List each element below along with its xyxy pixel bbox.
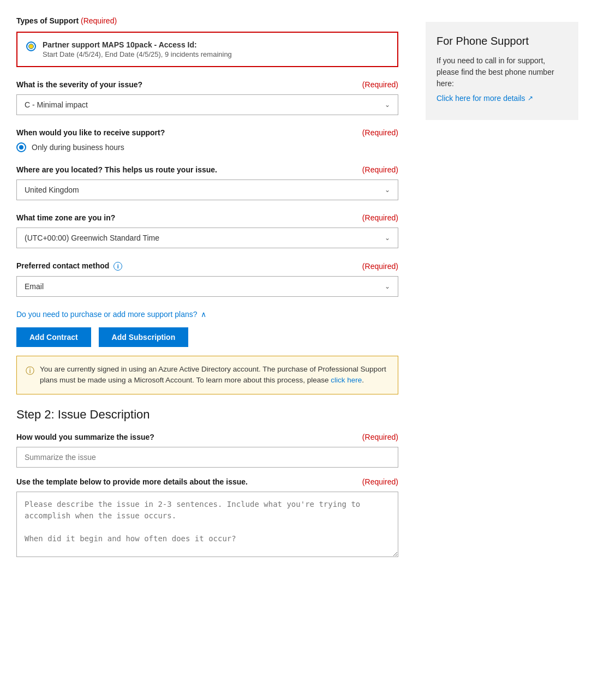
radio-selected-icon (26, 41, 36, 51)
details-label: Use the template below to provide more d… (16, 477, 398, 486)
location-chevron-icon: ⌄ (385, 186, 390, 194)
warning-text-part2: . (362, 376, 364, 384)
summarize-label: How would you summarize the issue? (Requ… (16, 433, 398, 441)
severity-dropdown[interactable]: C - Minimal impact ⌄ (16, 94, 398, 115)
contact-method-selected-value: Email (25, 282, 44, 291)
support-type-option[interactable]: Partner support MAPS 10pack - Access Id:… (16, 32, 398, 67)
warning-icon: ⓘ (26, 364, 34, 386)
summarize-input[interactable] (16, 447, 398, 468)
severity-selected-value: C - Minimal impact (25, 100, 88, 109)
support-timing-value: Only during business hours (32, 143, 124, 152)
timezone-label: What time zone are you in? (Required) (16, 213, 398, 222)
support-option-title: Partner support MAPS 10pack - Access Id: (43, 40, 388, 49)
phone-support-description: If you need to call in for support, plea… (436, 55, 567, 89)
contact-method-label: Preferred contact method i (Required) (16, 261, 398, 271)
contact-method-chevron-icon: ⌄ (385, 283, 390, 290)
support-plan-buttons: Add Contract Add Subscription (16, 327, 398, 347)
expand-support-plans-link[interactable]: Do you need to purchase or add more supp… (16, 310, 398, 319)
contact-method-info-icon[interactable]: i (113, 262, 122, 271)
external-link-icon: ↗ (528, 94, 533, 102)
location-dropdown[interactable]: United Kingdom ⌄ (16, 180, 398, 200)
contact-method-dropdown[interactable]: Email ⌄ (16, 276, 398, 297)
severity-chevron-icon: ⌄ (385, 101, 390, 109)
support-option-subtitle: Start Date (4/5/24), End Date (4/5/25), … (43, 50, 388, 58)
timezone-dropdown[interactable]: (UTC+00:00) Greenwich Standard Time ⌄ (16, 228, 398, 248)
location-selected-value: United Kingdom (25, 186, 79, 194)
timezone-selected-value: (UTC+00:00) Greenwich Standard Time (25, 234, 159, 242)
timezone-chevron-icon: ⌄ (385, 234, 390, 242)
add-contract-button[interactable]: Add Contract (16, 327, 91, 347)
details-textarea[interactable] (16, 492, 398, 557)
warning-click-here-link[interactable]: click here (331, 376, 362, 384)
step2-heading: Step 2: Issue Description (16, 408, 398, 422)
types-of-support-label: Types of Support (Required) (16, 16, 398, 25)
location-label: Where are you located? This helps us rou… (16, 165, 398, 174)
add-subscription-button[interactable]: Add Subscription (99, 327, 189, 347)
phone-support-link[interactable]: Click here for more details ↗ (436, 94, 533, 103)
support-timing-label: When would you like to receive support? … (16, 128, 398, 137)
phone-support-title: For Phone Support (436, 35, 567, 47)
radio-timing-icon (16, 142, 26, 152)
phone-support-card: For Phone Support If you need to call in… (426, 22, 578, 120)
sidebar: For Phone Support If you need to call in… (415, 11, 589, 671)
support-timing-option[interactable]: Only during business hours (16, 142, 398, 152)
aad-warning-box: ⓘ You are currently signed in using an A… (16, 356, 398, 394)
severity-label: What is the severity of your issue? (Req… (16, 80, 398, 89)
